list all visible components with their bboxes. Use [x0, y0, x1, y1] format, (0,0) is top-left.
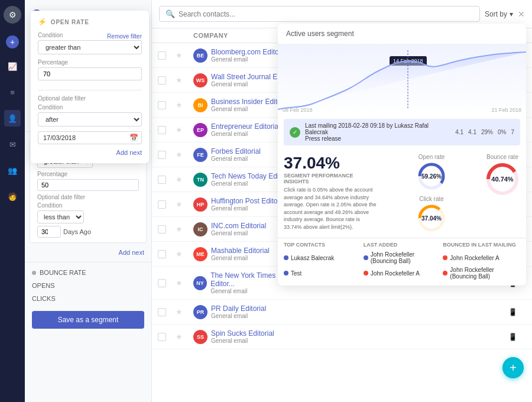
sidebar-icon-person[interactable]: 🧑	[4, 188, 21, 205]
row-star-1[interactable]: ★	[176, 76, 193, 85]
chart-area: 14 Feb 2018 08 Feb 2018 21 Feb 2018	[278, 44, 526, 115]
row-star-8[interactable]: ★	[176, 249, 193, 258]
contact-avatar-8: ME	[193, 247, 207, 261]
row-checkbox-2[interactable]	[158, 101, 166, 109]
chart-date-left: 08 Feb 2018	[283, 107, 313, 113]
row-star-3[interactable]: ★	[176, 125, 193, 134]
contact-avatar-1: WS	[193, 73, 207, 87]
search-icon: 🔍	[166, 9, 175, 18]
contact-avatar-6: HP	[193, 197, 207, 212]
row-star-6[interactable]: ★	[176, 200, 193, 209]
contact-avatar-10: PR	[193, 305, 207, 319]
big-metric: 37.04% Segment Performance Insights Clic…	[284, 154, 378, 233]
phone-icon-11: 📱	[508, 333, 526, 341]
mailing-check-icon: ✓	[290, 127, 300, 138]
analytics-title: Active users segment	[278, 24, 526, 44]
sidebar-icon-mail[interactable]: ✉	[4, 136, 21, 153]
row-star-4[interactable]: ★	[176, 150, 193, 159]
close-button[interactable]: ✕	[518, 9, 525, 19]
chart-date-right: 21 Feb 2018	[491, 107, 521, 113]
popup-date-input[interactable]	[38, 131, 142, 144]
filter-item-bounce-rate[interactable]: BOUNCE RATE	[25, 266, 151, 279]
fab-button[interactable]: +	[502, 357, 524, 378]
row-checkbox-5[interactable]	[158, 176, 166, 184]
contact-avatar-4: FE	[193, 148, 207, 162]
row-checkbox-0[interactable]	[158, 51, 166, 60]
big-metric-label: Segment Performance Insights	[284, 173, 378, 184]
open-rate-percentage-input[interactable]	[37, 179, 139, 191]
popup-percentage-input[interactable]	[38, 67, 142, 80]
sidebar-icon-chart[interactable]: 📈	[4, 58, 21, 74]
row-star-10[interactable]: ★	[176, 307, 193, 316]
sort-by-button[interactable]: Sort by ▾	[485, 10, 513, 18]
table-row: ★ SS Spin Sucks EditorialGeneral email 📱	[152, 325, 532, 349]
days-input[interactable]	[37, 226, 61, 238]
contact-avatar-0: BE	[193, 48, 207, 63]
metrics-row: 37.04% Segment Performance Insights Clic…	[278, 149, 526, 238]
contact-avatar-9: NY	[193, 276, 207, 290]
phone-icon-10: 📱	[508, 308, 526, 316]
search-input-wrap: 🔍	[159, 6, 480, 22]
row-checkbox-9[interactable]	[158, 279, 166, 287]
bottom-contacts: TOP CONTACTS Last added Bounced in last …	[278, 238, 526, 286]
popup-condition-select[interactable]: greater than	[38, 40, 142, 54]
row-checkbox-10[interactable]	[158, 308, 166, 316]
mailing-bar: ✓ Last mailing 2018-02-28 09:18 by Lukas…	[284, 119, 520, 145]
contact-avatar-5: TN	[193, 173, 207, 187]
mailing-stats: 4.1 4.1 29% 0% 7	[455, 129, 514, 135]
click-rate-gauge-label: Click rate	[384, 196, 479, 202]
click-rate-gauge-value: 37.04%	[421, 215, 442, 222]
bounce-rate-section: Bounce rate 40.74%	[485, 154, 520, 233]
row-star-11[interactable]: ★	[176, 332, 193, 341]
popup-remove-filter-link[interactable]: Remove filter	[107, 33, 142, 40]
popup-title-icon: ⚡	[38, 18, 47, 26]
open-rate-popup: ⚡ OPEN RATE Condition Remove filter grea…	[31, 11, 149, 163]
save-segment-button[interactable]: Save as a segment	[32, 311, 144, 329]
table-row: ★ PR PR Daily EditorialGeneral email 📱	[152, 300, 532, 325]
popup-title: ⚡ OPEN RATE	[38, 18, 142, 26]
click-rate-gauge: 37.04%	[384, 203, 479, 233]
row-star-5[interactable]: ★	[176, 175, 193, 184]
big-metric-desc: Click rate is 0.05% above the account av…	[284, 186, 378, 231]
open-rate-gauge-label: Open rate	[384, 154, 479, 160]
search-input[interactable]	[179, 10, 473, 18]
row-checkbox-8[interactable]	[158, 250, 166, 258]
big-metric-value: 37.04%	[284, 154, 378, 173]
sidebar-icon-people[interactable]: 👥	[4, 162, 21, 179]
popup-add-next-link[interactable]: Add next	[38, 149, 142, 156]
contact-avatar-7: IC	[193, 222, 207, 236]
sidebar-icon-menu[interactable]: ≡	[4, 84, 21, 100]
contact-avatar-11: SS	[193, 330, 207, 344]
bounce-rate-gauge-label: Bounce rate	[485, 154, 520, 160]
filter-item-opens[interactable]: OPENS	[25, 279, 151, 292]
open-rate-gauge: 59.26%	[384, 161, 479, 191]
sidebar: ⚙ + 📈 ≡ 👤 ✉ 👥 🧑	[0, 0, 25, 402]
analytics-panel: Active users segment 14 Feb 2018 08 Feb …	[278, 24, 526, 286]
bounce-rate-gauge-value: 40.74%	[491, 176, 513, 183]
contact-avatar-2: BI	[193, 98, 207, 112]
row-star-2[interactable]: ★	[176, 100, 193, 109]
gauge-metrics: Open rate 59.26% Click rate	[384, 154, 479, 233]
open-rate-date-condition-select[interactable]: less than	[37, 210, 84, 223]
bc-row-0: Lukasz Balecrak John Rockefeller (Bounci…	[284, 251, 520, 264]
row-star-0[interactable]: ★	[176, 51, 193, 60]
row-checkbox-11[interactable]	[158, 333, 166, 341]
row-checkbox-1[interactable]	[158, 76, 166, 85]
filter-item-clicks[interactable]: CLICKS	[25, 292, 151, 305]
app-logo[interactable]: ⚙	[4, 6, 21, 24]
row-checkbox-7[interactable]	[158, 225, 166, 234]
row-star-7[interactable]: ★	[176, 225, 193, 234]
row-checkbox-6[interactable]	[158, 200, 166, 209]
filter-dot-bounce-rate	[32, 271, 36, 275]
contact-avatar-3: EP	[193, 123, 207, 137]
calendar-icon: 📅	[129, 134, 138, 142]
sidebar-add-btn[interactable]: +	[6, 35, 19, 48]
bc-row-1: Test John Rockefeller A John Rockefeller…	[284, 267, 520, 280]
add-next-link-1[interactable]: Add next	[25, 247, 151, 258]
row-checkbox-3[interactable]	[158, 126, 166, 134]
row-star-9[interactable]: ★	[176, 278, 193, 287]
row-checkbox-4[interactable]	[158, 151, 166, 159]
open-rate-gauge-value: 59.26%	[421, 173, 442, 180]
popup-date-condition-select[interactable]: after	[38, 112, 142, 127]
sidebar-icon-contacts[interactable]: 👤	[4, 110, 21, 127]
